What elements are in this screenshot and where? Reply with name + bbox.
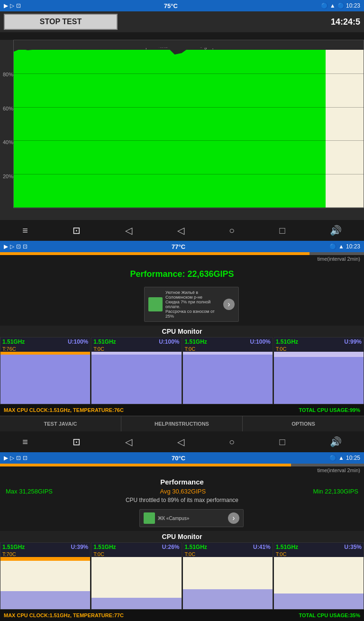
nav-screenshot-icon[interactable]: ⊡ [67,221,86,240]
cpu-top-bar-3-0 [0,557,90,561]
ad-text-2: Уютное Жильё в Соломенском р-не Скидка 7… [165,290,223,319]
nav2-screen-icon[interactable]: ⊡ [67,432,86,451]
nav-home-icon[interactable]: ○ [223,221,240,240]
perf-bar-fill-2 [0,252,309,255]
cpu-graph-3-0 [0,557,90,609]
graph-area [13,40,364,208]
graph-cream-area [326,50,364,208]
cpu-usage-3-0: U:39% [71,544,89,550]
nav2-vol-icon[interactable]: ◁ [119,432,138,451]
cpu-core-header-3-0: 1.51GHz U:39% [0,543,90,551]
cpu-monitor-title-2: CPU Monitor [0,326,364,337]
tab-help-2[interactable]: HELP/INSTRUCTIONS [121,416,243,431]
stop-test-button[interactable]: STOP TEST [4,14,118,30]
tab-testjavac-2[interactable]: TEST JAVA/C [0,416,121,431]
cpu-temp-2-2: T:0C [183,346,273,352]
time-interval-3: time(interval 2min) [0,466,364,473]
cpu-freq-3-2: 1.51GHz [185,544,207,550]
bt-icon: 🔵 [321,2,328,9]
cpu-fill-2-0 [0,355,90,404]
s2-icon3: ⊡ [16,243,21,250]
nav2-home-icon[interactable]: ○ [223,433,240,451]
footer-tabs-2: TEST JAVA/C HELP/INSTRUCTIONS OPTIONS [0,416,364,431]
nav2-sound-icon[interactable]: 🔊 [324,432,347,451]
nav-recents-icon[interactable]: □ [273,221,291,240]
s3-right: 🔵 ▲ 10:25 [329,455,360,461]
tab-options-2[interactable]: OPTIONS [243,416,364,431]
cpu-usage-2-3: U:99% [344,338,362,345]
stat-usage-3: TOTAL CPU USAGE:35% [299,612,360,618]
cpu-core-3-2: 1.51GHz U:41% T:0C [182,542,273,610]
perf-stats-row: Max 31,258GIPS Avg 30,632GIPS Min 22,130… [0,488,364,495]
ad-text-3: ЖК «Campus» [158,516,228,521]
nav-volume-icon[interactable]: ◁ [119,221,138,240]
ad-icon-2 [148,297,163,311]
nav2-menu-icon[interactable]: ≡ [17,433,34,451]
cpu-core-header-2-0: 1.51GHz U:100% [0,338,90,346]
cpu-temp-2-1: T:0C [91,346,181,352]
throttle-notice: CPU throttled to 89% of its max performa… [0,495,364,505]
cpu-freq-3-1: 1.51GHz [93,544,116,550]
section1: ▶ ▷ ⊡ 75°C 🔵 ▲ 🔵 10:23 STOP TEST 14:24:5… [0,0,364,241]
cpu-temp-3-1: T:0C [91,551,181,557]
elapsed-time: 14:24:5 [331,17,360,27]
cpu-temp-3-0: T:70C [0,551,90,557]
s2-icon1: ▶ [4,243,8,250]
ad-line2-2: Скидка 7% при полной оплате. [165,300,223,309]
cpu-core-3-0: 1.51GHz U:39% T:70C [0,542,91,610]
cpu-core-header-2-3: 1.51GHz U:99% [274,338,364,346]
status-bar-3: ▶ ▷ ⊡ ⊡ 70°C 🔵 ▲ 10:25 [0,452,364,464]
cpu-temp-2-0: T:76C [0,346,90,352]
nav-menu-icon[interactable]: ≡ [17,221,34,240]
y-axis: 80% 60% 40% 20% [0,40,13,208]
stat-clock-3: MAX CPU CLOCK:1.51GHz, TEMPERATURE:77C [4,612,124,618]
nav2-recents-icon[interactable]: □ [273,433,291,451]
s3-wifi-icon: ▲ [338,455,344,461]
top-controls: STOP TEST 14:24:5 [0,11,364,32]
cpu-freq-2-0: 1.51GHz [2,338,25,345]
cpu-fill-2-2 [183,355,273,404]
stat-temp-2: TEMPERATURE:76C [73,407,124,413]
cpu-cores-grid-2: 1.51GHz U:100% T:76C 1.51GHz U:100% T:0C… [0,337,364,404]
y-60: 60% [0,106,13,111]
nav-sound-icon[interactable]: 🔊 [324,221,347,240]
s3-icon4: ⊡ [23,455,27,461]
s2-icon4: ⊡ [23,243,27,250]
cpu-core-3-1: 1.51GHz U:26% T:0C [91,542,182,610]
cpu-temp-2-3: T:0C [274,346,364,352]
nav-back-icon[interactable]: ◁ [172,221,190,240]
cpu-temp-3-3: T:0C [274,551,364,557]
cpu-fill-3-3 [274,594,364,609]
perf-max: Max 31,258GIPS [6,488,53,495]
cpu-fill-3-0 [0,591,90,610]
y-40: 40% [0,139,13,145]
ad-banner-3[interactable]: ЖК «Campus» › [139,509,244,527]
cpu-graph-2-1 [91,352,181,404]
ad-line1-2: Уютное Жильё в Соломенском р-не [165,290,223,300]
cpu-core-2-3: 1.51GHz U:99% T:0C [273,337,364,404]
cpu-core-header-2-1: 1.51GHz U:100% [91,338,181,346]
ad-banner-2[interactable]: Уютное Жильё в Соломенском р-не Скидка 7… [144,287,239,322]
stats-bar-2: MAX CPU CLOCK:1.51GHz, TEMPERATURE:76C T… [0,404,364,416]
cpu-core-2-2: 1.51GHz U:100% T:0C [182,337,273,404]
cpu-graph-2-2 [183,352,273,404]
cpu-cores-grid-3: 1.51GHz U:39% T:70C 1.51GHz U:26% T:0C 1… [0,542,364,610]
cpu-fill-3-1 [91,598,181,609]
graph-container: 80% 60% 40% 20% [0,40,364,208]
s3-icon1: ▶ [4,455,8,461]
cpu-freq-2-1: 1.51GHz [93,338,116,345]
cpu-core-2-1: 1.51GHz U:100% T:0C [91,337,182,404]
cpu-graph-2-0 [0,352,90,404]
nav2-back-icon[interactable]: ◁ [172,432,190,451]
perf-min: Min 22,130GIPS [313,488,358,495]
cpu-core-header-3-3: 1.51GHz U:35% [274,543,364,551]
y-20: 20% [0,174,13,179]
time-display-1: 🔵 10:23 [337,2,360,9]
performance-value-2: Performance: 22,636GIPS [0,262,364,283]
ad-arrow-3[interactable]: › [228,512,239,524]
cpu-core-2-0: 1.51GHz U:100% T:76C [0,337,91,404]
cpu-temp-3-2: T:0C [183,551,273,557]
cpu-freq-3-3: 1.51GHz [276,544,298,550]
status-bar-1: ▶ ▷ ⊡ 75°C 🔵 ▲ 🔵 10:23 [0,0,364,11]
ad-arrow-2[interactable]: › [223,299,235,310]
